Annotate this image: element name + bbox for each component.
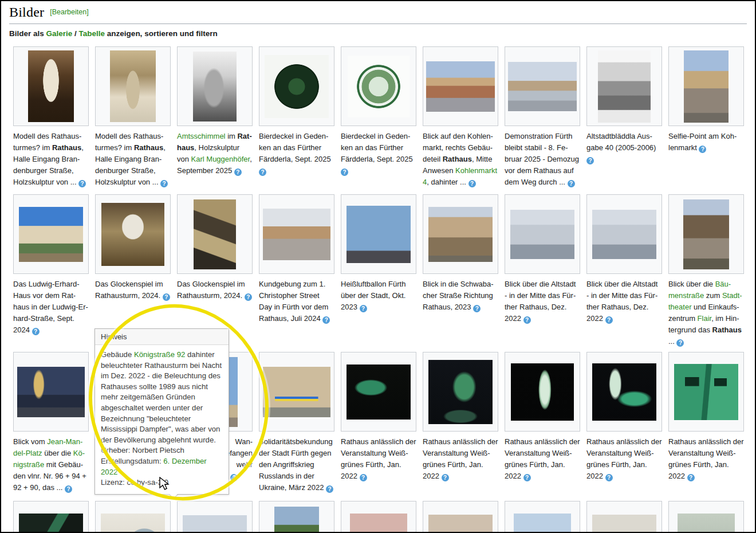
thumbnail-image[interactable] [348,56,410,117]
gallery-image-tile[interactable] [341,501,416,533]
help-icon[interactable]: ? [65,485,72,493]
gallery-image-tile[interactable] [586,501,662,533]
thumbnail-image[interactable] [511,363,574,421]
help-icon[interactable]: ? [32,328,40,335]
thumbnail-image[interactable] [101,203,164,266]
thumbnail-image[interactable] [193,52,237,122]
help-icon[interactable]: ? [586,157,594,164]
thumbnail-image[interactable] [592,363,656,421]
gallery-image-tile[interactable] [423,501,498,533]
gallery-image-tile[interactable] [505,501,580,533]
help-icon[interactable]: ? [523,316,531,324]
thumbnail-image[interactable] [592,515,656,533]
gallery-image-tile[interactable] [341,194,416,274]
help-icon[interactable]: ? [605,474,613,481]
gallery-image-tile[interactable] [13,46,89,126]
gallery-image-tile[interactable] [259,352,334,432]
thumbnail-image[interactable] [598,50,651,123]
help-icon[interactable]: ? [605,316,613,324]
help-icon[interactable]: ? [245,293,252,301]
gallery-image-tile[interactable] [259,194,334,274]
gallery-image-tile[interactable] [505,46,580,126]
help-icon[interactable]: ? [687,474,695,481]
thumbnail-image[interactable] [274,507,319,533]
gallery-image-tile[interactable] [423,352,498,432]
edit-link[interactable]: [Bearbeiten] [50,8,88,16]
help-icon[interactable]: ? [699,146,706,153]
text-link[interactable]: Flair [698,314,712,323]
thumbnail-image[interactable] [346,206,411,263]
gallery-image-tile[interactable] [586,352,662,432]
help-icon[interactable]: ? [360,474,367,481]
thumbnail-image[interactable] [17,367,85,417]
gallery-image-tile[interactable] [668,194,744,274]
help-icon[interactable]: ? [676,339,684,347]
help-icon[interactable]: ? [163,293,170,301]
gallery-image-tile[interactable] [423,46,498,126]
thumbnail-image[interactable] [426,61,495,112]
help-icon[interactable]: ? [322,316,330,324]
thumbnail-image[interactable] [592,210,656,259]
thumbnail-image[interactable] [510,210,574,259]
help-icon[interactable]: ? [341,168,348,176]
gallery-image-tile[interactable] [341,352,416,432]
thumbnail-image[interactable] [183,515,247,533]
thumbnail-image[interactable] [263,367,330,417]
thumbnail-image[interactable] [428,360,493,424]
thumbnail-image[interactable] [684,50,729,123]
text-link[interactable]: Karl Muggenhöfer [191,155,250,163]
gallery-image-tile[interactable] [95,501,171,533]
help-icon[interactable]: ? [568,180,575,187]
gallery-image-tile[interactable] [177,194,253,274]
help-icon[interactable]: ? [230,474,238,481]
gallery-image-tile[interactable] [177,46,253,126]
help-icon[interactable]: ? [78,180,86,187]
gallery-image-tile[interactable] [668,501,744,533]
help-icon[interactable]: ? [442,474,449,481]
thumbnail-image[interactable] [28,50,74,122]
gallery-image-tile[interactable] [341,46,416,126]
thumbnail-image[interactable] [508,62,577,111]
gallery-image-tile[interactable] [423,194,498,274]
gallery-image-tile[interactable] [586,46,662,126]
text-link[interactable]: Amtsschimmel [177,132,226,140]
thumbnail-image[interactable] [683,199,729,269]
gallery-image-tile[interactable] [259,501,334,533]
thumbnail-image[interactable] [678,514,735,533]
gallery-image-tile[interactable] [505,352,580,432]
thumbnail-image[interactable] [101,514,165,533]
gallery-image-tile[interactable] [95,194,171,274]
gallery-image-tile[interactable] [505,194,580,274]
help-icon[interactable]: ? [360,305,367,312]
gallery-image-tile[interactable] [177,501,253,533]
thumbnail-image[interactable] [263,209,330,260]
gallery-image-tile[interactable] [668,352,744,432]
thumbnail-image[interactable] [428,207,493,262]
gallery-image-tile[interactable] [13,194,89,274]
text-link[interactable]: Königstraße 92 [134,350,185,359]
help-icon[interactable]: ? [234,168,242,176]
gallery-image-tile[interactable] [668,46,744,126]
thumbnail-image[interactable] [350,514,407,533]
thumbnail-image[interactable] [19,514,83,533]
gallery-image-tile[interactable] [586,194,662,274]
help-icon[interactable]: ? [259,168,266,176]
gallery-image-tile[interactable] [95,46,171,126]
gallery-image-tile[interactable] [259,46,334,126]
text-link[interactable]: Galerie [46,29,73,38]
thumbnail-image[interactable] [19,207,83,262]
help-icon[interactable]: ? [468,180,476,187]
thumbnail-image[interactable] [265,55,329,118]
help-icon[interactable]: ? [473,305,481,312]
thumbnail-image[interactable] [674,364,738,420]
thumbnail-image[interactable] [194,199,236,269]
help-icon[interactable]: ? [160,180,168,187]
help-icon[interactable]: ? [326,485,333,493]
thumbnail-image[interactable] [346,365,411,420]
help-icon[interactable]: ? [523,474,531,481]
gallery-image-tile[interactable] [13,501,89,533]
thumbnail-image[interactable] [514,514,571,533]
gallery-image-tile[interactable] [13,352,89,432]
text-link[interactable]: Tabelle [79,29,105,38]
thumbnail-image[interactable] [428,515,493,533]
